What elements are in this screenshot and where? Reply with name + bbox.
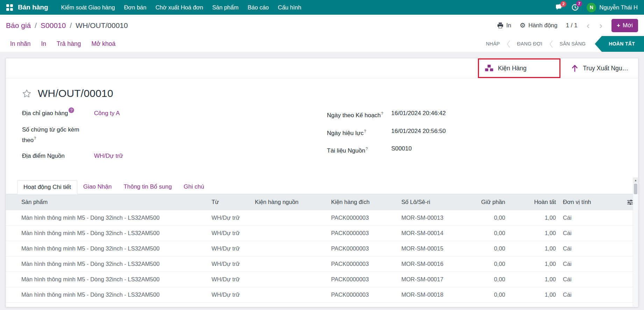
cell-done-qty[interactable]: 1,00 [509,256,560,272]
tab-giao-nhan[interactable]: Giao Nhận [77,180,117,194]
help-circle-badge[interactable]: ? [69,107,74,113]
cell-dest-package[interactable]: PACK0000003 [328,272,399,287]
cell-from-location[interactable]: WH/Dự trữ [209,287,252,303]
field-value-delivery-address[interactable]: Công ty A [94,109,120,118]
cell-uom[interactable]: Cái [560,210,621,226]
breadcrumb-link-s00010[interactable]: S00010 [41,21,66,30]
cell-reserved-qty[interactable]: 0,00 [453,272,509,287]
cell-dest-package[interactable]: PACK0000003 [328,226,399,241]
cell-source-package[interactable] [252,272,328,287]
cell-product[interactable]: Màn hình thông minh M5 - Dòng 32inch - L… [6,241,209,256]
pager-next-button[interactable]: › [599,21,603,30]
nav-item-bao-cao[interactable]: Báo cáo [243,0,273,15]
cell-dest-package[interactable]: PACK0000003 [328,241,399,256]
header-kien-hang-nguon[interactable]: Kiện hàng nguồn [252,194,328,210]
action-menu-button[interactable]: ⚙ Hành động [520,22,557,29]
nav-item-cau-hinh[interactable]: Cấu hình [273,0,306,15]
activities-menu[interactable]: 7 [571,3,579,11]
cell-source-package[interactable] [252,287,328,303]
cell-done-qty[interactable]: 1,00 [509,287,560,303]
cell-product[interactable]: Màn hình thông minh M5 - Dòng 32inch - L… [6,287,209,303]
header-giu-phan[interactable]: Giữ phần [453,194,509,210]
cell-lot-serial[interactable]: MOR-SM-00018 [399,287,453,303]
user-menu[interactable]: N Nguyễn Thái H [587,3,638,12]
scrollbar-thumb[interactable] [634,184,637,194]
favorite-star-icon[interactable] [22,89,31,98]
cell-uom[interactable]: Cái [560,256,621,272]
field-value-source-location[interactable]: WH/Dự trữ [94,152,123,160]
move-line-row[interactable]: Màn hình thông minh M5 - Dòng 32inch - L… [6,287,639,303]
pager-previous-button[interactable]: ‹ [586,21,591,30]
move-line-row[interactable]: Màn hình thông minh M5 - Dòng 32inch - L… [6,226,639,241]
action-in-nhan[interactable]: In nhãn [10,40,30,48]
cell-reserved-qty[interactable]: 0,00 [453,241,509,256]
cell-uom[interactable]: Cái [560,272,621,287]
app-name[interactable]: Bán hàng [18,3,48,11]
field-value-scheduled-date[interactable]: 16/01/2024 20:46:42 [391,109,446,118]
status-step-dang-doi[interactable]: ĐANG ĐỢI [510,36,550,52]
header-kien-hang-dich[interactable]: Kiện hàng đích [328,194,399,210]
cell-uom[interactable]: Cái [560,287,621,303]
smart-button-traceability[interactable]: Truy Xuất Ngu… [565,58,634,78]
status-step-san-sang[interactable]: SẴN SÀNG [553,36,593,52]
cell-product[interactable]: Màn hình thông minh M5 - Dòng 32inch - L… [6,272,209,287]
cell-uom[interactable]: Cái [560,226,621,241]
cell-source-package[interactable] [252,226,328,241]
cell-lot-serial[interactable]: MOR-SM-00013 [399,210,453,226]
nav-item-san-pham[interactable]: Sản phẩm [208,0,243,15]
header-tu[interactable]: Từ [209,194,252,210]
cell-reserved-qty[interactable]: 0,00 [453,226,509,241]
smart-button-packages[interactable]: Kiện Hàng [479,59,532,77]
cell-done-qty[interactable]: 1,00 [509,241,560,256]
cell-done-qty[interactable]: 1,00 [509,210,560,226]
nav-item-don-ban[interactable]: Đơn bán [120,0,151,15]
cell-dest-package[interactable]: PACK0000003 [328,287,399,303]
move-line-row[interactable]: Màn hình thông minh M5 - Dòng 32inch - L… [6,210,639,226]
messages-menu[interactable]: 2 [556,4,564,11]
status-step-nhap[interactable]: NHÁP [479,36,507,52]
move-line-row[interactable]: Màn hình thông minh M5 - Dòng 32inch - L… [6,272,639,287]
cell-from-location[interactable]: WH/Dự trữ [209,272,252,287]
cell-from-location[interactable]: WH/Dự trữ [209,210,252,226]
tab-hoat-dong-chi-tiet[interactable]: Hoạt động Chi tiết [17,180,77,194]
cell-source-package[interactable] [252,256,328,272]
cell-from-location[interactable]: WH/Dự trữ [209,256,252,272]
action-in[interactable]: In [41,40,46,48]
cell-source-package[interactable] [252,241,328,256]
cell-product[interactable]: Màn hình thông minh M5 - Dòng 32inch - L… [6,256,209,272]
vertical-scrollbar[interactable]: ▲ [633,177,638,307]
cell-uom[interactable]: Cái [560,241,621,256]
header-san-pham[interactable]: Sản phẩm [6,194,209,210]
cell-product[interactable]: Màn hình thông minh M5 - Dòng 32inch - L… [6,226,209,241]
field-value-source-document[interactable]: S00010 [391,145,412,153]
status-step-hoan-tat-active[interactable]: HOÀN TẤT [595,36,644,52]
cell-dest-package[interactable]: PACK0000003 [328,210,399,226]
print-button[interactable]: In [497,22,511,29]
header-so-lo-se-ri[interactable]: Số Lô/Sê-ri [399,194,453,210]
tab-thong-tin-bo-sung[interactable]: Thông tin Bổ sung [117,180,178,194]
cell-done-qty[interactable]: 1,00 [509,226,560,241]
action-mo-khoa[interactable]: Mở khoá [91,40,115,48]
cell-lot-serial[interactable]: MOR-SM-00014 [399,226,453,241]
cell-reserved-qty[interactable]: 0,00 [453,287,509,303]
header-don-vi-tinh[interactable]: Đơn vị tính [560,194,621,210]
cell-reserved-qty[interactable]: 0,00 [453,210,509,226]
cell-lot-serial[interactable]: MOR-SM-00016 [399,256,453,272]
cell-source-package[interactable] [252,210,328,226]
cell-lot-serial[interactable]: MOR-SM-00015 [399,241,453,256]
action-tra-hang[interactable]: Trả hàng [57,40,81,48]
scroll-up-button[interactable]: ▲ [633,177,638,183]
tab-ghi-chu[interactable]: Ghi chú [178,180,210,194]
nav-item-kiem-soat-giao-hang[interactable]: Kiểm soát Giao hàng [57,0,120,15]
cell-dest-package[interactable]: PACK0000003 [328,256,399,272]
cell-from-location[interactable]: WH/Dự trữ [209,241,252,256]
cell-lot-serial[interactable]: MOR-SM-00017 [399,272,453,287]
apps-grid-icon[interactable] [6,4,13,11]
cell-from-location[interactable]: WH/Dự trữ [209,226,252,241]
cell-done-qty[interactable]: 1,00 [509,272,560,287]
new-button[interactable]: + Mới [611,19,638,32]
field-value-effective-date[interactable]: 16/01/2024 20:56:50 [391,127,446,135]
breadcrumb-link-bao-gia[interactable]: Báo giá [6,21,31,30]
move-line-row[interactable]: Màn hình thông minh M5 - Dòng 32inch - L… [6,256,639,272]
cell-reserved-qty[interactable]: 0,00 [453,256,509,272]
